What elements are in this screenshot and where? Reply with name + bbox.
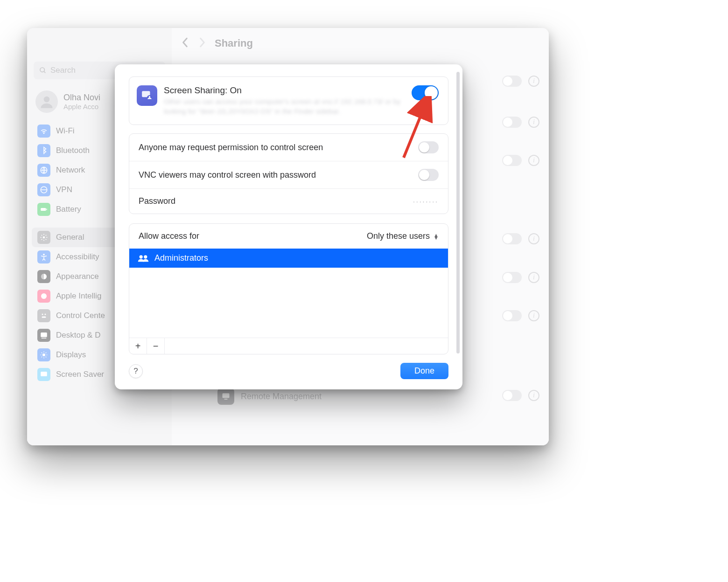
- svg-point-23: [140, 255, 143, 258]
- bg-row: i: [502, 233, 539, 244]
- info-icon[interactable]: i: [528, 233, 539, 244]
- anyone-request-row: Anyone may request permission to control…: [129, 134, 448, 161]
- sheet-scrollbar[interactable]: [456, 72, 460, 353]
- done-button[interactable]: Done: [400, 363, 448, 379]
- allow-access-value: Only these users: [367, 231, 430, 241]
- search-icon: [39, 67, 47, 74]
- svg-rect-5: [41, 208, 46, 211]
- anyone-request-toggle[interactable]: [418, 141, 439, 153]
- svg-point-22: [149, 96, 150, 97]
- sidebar-item-label: Control Cente: [56, 311, 105, 320]
- accessibility-icon: [37, 250, 50, 263]
- bg-toggle[interactable]: [502, 272, 522, 283]
- svg-point-7: [43, 236, 45, 239]
- info-icon[interactable]: i: [528, 272, 539, 283]
- svg-point-8: [43, 254, 45, 256]
- password-row[interactable]: Password ········: [129, 188, 448, 214]
- info-icon[interactable]: i: [528, 76, 539, 87]
- list-item-label: Administrators: [154, 253, 208, 263]
- bg-toggle[interactable]: [502, 390, 522, 401]
- ai-icon: [37, 290, 50, 303]
- screen-sharing-icon: [137, 85, 157, 106]
- control-icon: [37, 309, 50, 322]
- svg-point-0: [40, 68, 44, 72]
- svg-point-2: [44, 97, 50, 103]
- allow-access-footer: + −: [129, 338, 448, 354]
- back-button[interactable]: [181, 37, 189, 49]
- svg-point-16: [42, 353, 45, 356]
- sidebar-item-label: Wi-Fi: [56, 126, 75, 136]
- bg-row: i: [502, 390, 539, 401]
- remove-user-button[interactable]: −: [147, 338, 165, 354]
- sidebar-item-label: Apple Intellig: [56, 291, 101, 301]
- bg-row: i: [502, 310, 539, 321]
- wifi-icon: [37, 125, 50, 138]
- toolbar: Sharing: [172, 28, 549, 59]
- help-button[interactable]: ?: [129, 364, 143, 378]
- sidebar-item-label: Bluetooth: [56, 146, 90, 155]
- dock-icon: [37, 329, 50, 342]
- sidebar-item-label: VPN: [56, 185, 72, 194]
- anyone-request-label: Anyone may request permission to control…: [139, 143, 323, 152]
- sidebar-item-label: General: [56, 233, 84, 242]
- user-subtitle: Apple Acco: [63, 103, 100, 111]
- svg-point-24: [144, 255, 147, 258]
- screen-sharing-toggle[interactable]: [412, 85, 439, 100]
- allow-access-select[interactable]: Only these users ▲▼: [367, 231, 439, 241]
- svg-line-1: [44, 71, 45, 73]
- bg-row: i: [502, 155, 539, 166]
- sidebar-item-label: Battery: [56, 205, 81, 214]
- list-item[interactable]: Administrators: [129, 249, 448, 268]
- password-value: ········: [413, 198, 439, 205]
- screen-sharing-sheet: Screen Sharing: On Other users can acces…: [115, 64, 462, 389]
- info-icon[interactable]: i: [528, 390, 539, 401]
- chevron-left-icon: [181, 37, 189, 48]
- bg-row: i: [502, 117, 539, 128]
- bluetooth-icon: [37, 144, 50, 157]
- info-icon[interactable]: i: [528, 117, 539, 128]
- displays-icon: [37, 348, 50, 361]
- screen-sharing-subtitle: Other users can access your computer's s…: [164, 97, 405, 116]
- svg-rect-14: [41, 333, 47, 337]
- svg-rect-17: [41, 372, 47, 376]
- sidebar-item-label: Appearance: [56, 272, 99, 281]
- sidebar-item-label: Desktop & D: [56, 331, 100, 340]
- appearance-icon: [37, 270, 50, 283]
- bg-toggle[interactable]: [502, 76, 522, 87]
- avatar: [35, 90, 58, 113]
- vnc-label: VNC viewers may control screen with pass…: [139, 170, 316, 180]
- vnc-row: VNC viewers may control screen with pass…: [129, 161, 448, 188]
- gear-icon: [37, 231, 50, 244]
- chevron-updown-icon: ▲▼: [434, 234, 439, 239]
- screen-sharing-title: Screen Sharing: On: [164, 85, 405, 96]
- network-icon: [37, 164, 50, 177]
- bg-toggle[interactable]: [502, 310, 522, 321]
- vnc-toggle[interactable]: [418, 169, 439, 181]
- bg-row: i: [502, 272, 539, 283]
- svg-rect-13: [42, 317, 46, 318]
- svg-point-11: [42, 314, 43, 315]
- sidebar-item-label: Network: [56, 166, 85, 175]
- svg-point-10: [41, 293, 47, 299]
- password-label: Password: [139, 196, 175, 206]
- info-icon[interactable]: i: [528, 310, 539, 321]
- users-icon: [138, 254, 149, 263]
- sidebar-item-label: Displays: [56, 350, 86, 360]
- page-title: Sharing: [215, 37, 253, 49]
- bg-toggle[interactable]: [502, 155, 522, 166]
- svg-rect-18: [223, 393, 230, 398]
- allow-access-list[interactable]: Administrators: [129, 249, 448, 338]
- sidebar-item-label: Accessibility: [56, 252, 99, 262]
- svg-rect-6: [46, 209, 47, 210]
- bg-row-label: Remote Management: [241, 392, 322, 402]
- chevron-right-icon: [198, 37, 206, 48]
- allow-access-header: Allow access for Only these users ▲▼: [129, 224, 448, 249]
- info-icon[interactable]: i: [528, 155, 539, 166]
- bg-toggle[interactable]: [502, 233, 522, 244]
- forward-button[interactable]: [198, 37, 206, 49]
- bg-row-label-wrap: Remote Management: [217, 388, 322, 405]
- bg-toggle[interactable]: [502, 117, 522, 128]
- screen-sharing-header-card: Screen Sharing: On Other users can acces…: [129, 76, 448, 125]
- add-user-button[interactable]: +: [129, 338, 147, 354]
- user-name: Olha Novi: [63, 93, 100, 103]
